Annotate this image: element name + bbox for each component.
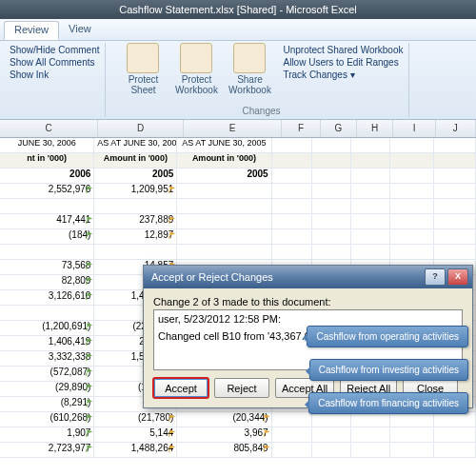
change-flag-icon bbox=[86, 445, 92, 452]
change-flag-icon bbox=[264, 414, 270, 422]
callout-investing: Cashflow from investing activities bbox=[309, 359, 468, 381]
worksheet-area: C D E F G H I J JUNE 30, 2006 AS AT JUNE… bbox=[0, 120, 476, 476]
protect-sheet-button[interactable]: Protect Sheet bbox=[119, 43, 167, 95]
ribbon: Show/Hide Comment Show All Comments Show… bbox=[0, 41, 476, 120]
change-flag-icon bbox=[86, 414, 92, 422]
col-header-i[interactable]: I bbox=[393, 120, 435, 137]
callout-operating: Cashflow from operating activities bbox=[307, 326, 468, 347]
change-flag-icon bbox=[86, 399, 92, 407]
unprotect-shared-workbook-button[interactable]: Unprotect Shared Workbook bbox=[283, 45, 403, 55]
change-flag-icon bbox=[86, 323, 92, 330]
share-workbook-button[interactable]: Share Workbook bbox=[226, 43, 273, 95]
ribbon-group-comments: Show/Hide Comment Show All Comments Show… bbox=[4, 43, 106, 117]
change-flag-icon bbox=[169, 186, 175, 193]
col-header-h[interactable]: H bbox=[357, 120, 393, 137]
show-hide-comment-button[interactable]: Show/Hide Comment bbox=[10, 45, 99, 55]
track-changes-button[interactable]: Track Changes ▾ bbox=[283, 69, 403, 80]
change-flag-icon bbox=[169, 231, 175, 239]
change-flag-icon bbox=[86, 368, 92, 376]
protect-sheet-icon bbox=[127, 43, 159, 73]
ribbon-group-changes: Protect Sheet Protect Workbook Share Wor… bbox=[113, 43, 409, 117]
window-title: Cashflow Statement.xlsx [Shared] - Micro… bbox=[119, 4, 356, 15]
ribbon-tabs: Review View bbox=[0, 19, 476, 41]
col-header-j[interactable]: J bbox=[436, 120, 476, 137]
year-row: 2006 2005 2005 bbox=[0, 169, 476, 184]
dialog-change-counter: Change 2 of 3 made to this document: bbox=[153, 296, 463, 307]
change-flag-icon bbox=[86, 429, 92, 437]
change-flag-icon bbox=[169, 216, 175, 224]
show-ink-button[interactable]: Show Ink bbox=[10, 69, 99, 80]
table-row: (184)12,897 bbox=[0, 229, 476, 245]
col-header-c[interactable]: C bbox=[0, 120, 98, 137]
ribbon-group-label: Changes bbox=[119, 105, 403, 117]
dialog-titlebar[interactable]: Accept or Reject Changes ? X bbox=[144, 266, 472, 288]
accept-button[interactable]: Accept bbox=[153, 378, 208, 398]
col-header-e[interactable]: E bbox=[184, 120, 282, 137]
header-row-2: nt in '000) Amount in '000) Amount in '0… bbox=[0, 153, 476, 169]
change-flag-icon bbox=[86, 231, 92, 239]
col-header-f[interactable]: F bbox=[282, 120, 320, 137]
change-flag-icon bbox=[86, 186, 92, 193]
column-headers: C D E F G H I J bbox=[0, 120, 476, 138]
window-titlebar: Cashflow Statement.xlsx [Shared] - Micro… bbox=[0, 0, 476, 19]
change-flag-icon bbox=[86, 338, 92, 346]
change-flag-icon bbox=[169, 429, 175, 437]
col-header-g[interactable]: G bbox=[321, 120, 357, 137]
dialog-close-button[interactable]: X bbox=[447, 268, 468, 286]
change-flag-icon bbox=[86, 353, 92, 361]
table-row: 2,552,9761,209,951 bbox=[0, 184, 476, 199]
tab-review[interactable]: Review bbox=[4, 21, 59, 40]
table-row bbox=[0, 199, 476, 214]
protect-workbook-icon bbox=[180, 43, 212, 73]
allow-edit-ranges-button[interactable]: Allow Users to Edit Ranges bbox=[283, 57, 403, 68]
change-flag-icon bbox=[264, 445, 270, 452]
callout-financing: Cashflow from financing activities bbox=[308, 392, 468, 414]
table-row: 1,9075,1443,967 bbox=[0, 427, 476, 443]
change-flag-icon bbox=[169, 445, 175, 452]
table-row: 2,723,9771,488,264805,849 bbox=[0, 443, 476, 458]
change-flag-icon bbox=[86, 384, 92, 391]
show-all-comments-button[interactable]: Show All Comments bbox=[10, 57, 99, 68]
dialog-title: Accept or Reject Changes bbox=[151, 271, 273, 283]
dialog-help-button[interactable]: ? bbox=[425, 268, 446, 286]
change-flag-icon bbox=[169, 414, 175, 422]
change-flag-icon bbox=[264, 429, 270, 437]
change-flag-icon bbox=[86, 277, 92, 285]
reject-button[interactable]: Reject bbox=[214, 378, 269, 398]
col-header-d[interactable]: D bbox=[98, 120, 184, 137]
table-row: 417,441237,889 bbox=[0, 214, 476, 229]
change-flag-icon bbox=[86, 292, 92, 300]
tab-view[interactable]: View bbox=[59, 19, 101, 40]
change-flag-icon bbox=[86, 262, 92, 269]
protect-workbook-button[interactable]: Protect Workbook bbox=[172, 43, 220, 95]
dialog-change-author: user, 5/23/2012 12:58 PM: bbox=[158, 313, 458, 325]
share-workbook-icon bbox=[233, 43, 266, 73]
table-row: (610,268)(21,780)(20,344) bbox=[0, 412, 476, 427]
header-row-1: JUNE 30, 2006 AS AT JUNE 30, 2005 AS AT … bbox=[0, 138, 476, 153]
table-row bbox=[0, 245, 476, 260]
change-flag-icon bbox=[86, 216, 92, 224]
